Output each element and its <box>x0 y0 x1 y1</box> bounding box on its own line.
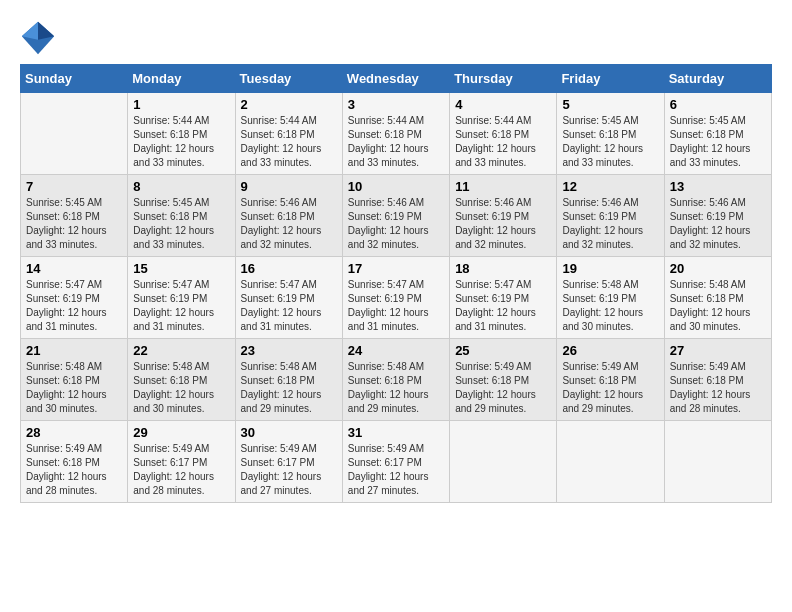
day-number: 8 <box>133 179 229 194</box>
day-number: 17 <box>348 261 444 276</box>
day-number: 15 <box>133 261 229 276</box>
day-of-week-header: Saturday <box>664 65 771 93</box>
page-header <box>20 20 772 56</box>
calendar-day-cell <box>664 421 771 503</box>
calendar-day-cell: 12Sunrise: 5:46 AM Sunset: 6:19 PM Dayli… <box>557 175 664 257</box>
day-info: Sunrise: 5:47 AM Sunset: 6:19 PM Dayligh… <box>133 278 229 334</box>
day-number: 30 <box>241 425 337 440</box>
day-number: 7 <box>26 179 122 194</box>
calendar-week-row: 1Sunrise: 5:44 AM Sunset: 6:18 PM Daylig… <box>21 93 772 175</box>
day-number: 19 <box>562 261 658 276</box>
calendar-day-cell: 10Sunrise: 5:46 AM Sunset: 6:19 PM Dayli… <box>342 175 449 257</box>
day-of-week-header: Monday <box>128 65 235 93</box>
day-info: Sunrise: 5:47 AM Sunset: 6:19 PM Dayligh… <box>455 278 551 334</box>
day-number: 29 <box>133 425 229 440</box>
day-number: 25 <box>455 343 551 358</box>
day-info: Sunrise: 5:49 AM Sunset: 6:17 PM Dayligh… <box>133 442 229 498</box>
calendar-day-cell: 11Sunrise: 5:46 AM Sunset: 6:19 PM Dayli… <box>450 175 557 257</box>
logo <box>20 20 60 56</box>
logo-icon <box>20 20 56 56</box>
day-number: 2 <box>241 97 337 112</box>
calendar-table: SundayMondayTuesdayWednesdayThursdayFrid… <box>20 64 772 503</box>
calendar-day-cell: 30Sunrise: 5:49 AM Sunset: 6:17 PM Dayli… <box>235 421 342 503</box>
calendar-day-cell: 15Sunrise: 5:47 AM Sunset: 6:19 PM Dayli… <box>128 257 235 339</box>
calendar-day-cell <box>21 93 128 175</box>
day-number: 21 <box>26 343 122 358</box>
calendar-day-cell: 28Sunrise: 5:49 AM Sunset: 6:18 PM Dayli… <box>21 421 128 503</box>
day-info: Sunrise: 5:48 AM Sunset: 6:18 PM Dayligh… <box>670 278 766 334</box>
day-number: 4 <box>455 97 551 112</box>
calendar-day-cell: 23Sunrise: 5:48 AM Sunset: 6:18 PM Dayli… <box>235 339 342 421</box>
day-info: Sunrise: 5:46 AM Sunset: 6:19 PM Dayligh… <box>562 196 658 252</box>
day-number: 22 <box>133 343 229 358</box>
day-info: Sunrise: 5:45 AM Sunset: 6:18 PM Dayligh… <box>562 114 658 170</box>
calendar-day-cell: 29Sunrise: 5:49 AM Sunset: 6:17 PM Dayli… <box>128 421 235 503</box>
day-number: 20 <box>670 261 766 276</box>
calendar-day-cell: 27Sunrise: 5:49 AM Sunset: 6:18 PM Dayli… <box>664 339 771 421</box>
calendar-day-cell: 31Sunrise: 5:49 AM Sunset: 6:17 PM Dayli… <box>342 421 449 503</box>
day-info: Sunrise: 5:49 AM Sunset: 6:18 PM Dayligh… <box>562 360 658 416</box>
day-number: 28 <box>26 425 122 440</box>
calendar-day-cell: 16Sunrise: 5:47 AM Sunset: 6:19 PM Dayli… <box>235 257 342 339</box>
day-info: Sunrise: 5:48 AM Sunset: 6:18 PM Dayligh… <box>348 360 444 416</box>
day-info: Sunrise: 5:47 AM Sunset: 6:19 PM Dayligh… <box>241 278 337 334</box>
day-number: 11 <box>455 179 551 194</box>
day-number: 10 <box>348 179 444 194</box>
day-info: Sunrise: 5:46 AM Sunset: 6:19 PM Dayligh… <box>670 196 766 252</box>
day-number: 6 <box>670 97 766 112</box>
day-number: 5 <box>562 97 658 112</box>
day-number: 1 <box>133 97 229 112</box>
day-info: Sunrise: 5:49 AM Sunset: 6:18 PM Dayligh… <box>670 360 766 416</box>
day-info: Sunrise: 5:48 AM Sunset: 6:18 PM Dayligh… <box>26 360 122 416</box>
calendar-day-cell: 4Sunrise: 5:44 AM Sunset: 6:18 PM Daylig… <box>450 93 557 175</box>
day-info: Sunrise: 5:46 AM Sunset: 6:19 PM Dayligh… <box>348 196 444 252</box>
day-info: Sunrise: 5:47 AM Sunset: 6:19 PM Dayligh… <box>348 278 444 334</box>
calendar-day-cell: 3Sunrise: 5:44 AM Sunset: 6:18 PM Daylig… <box>342 93 449 175</box>
day-number: 26 <box>562 343 658 358</box>
day-number: 31 <box>348 425 444 440</box>
day-number: 14 <box>26 261 122 276</box>
day-info: Sunrise: 5:49 AM Sunset: 6:18 PM Dayligh… <box>455 360 551 416</box>
day-number: 13 <box>670 179 766 194</box>
day-info: Sunrise: 5:44 AM Sunset: 6:18 PM Dayligh… <box>241 114 337 170</box>
day-info: Sunrise: 5:46 AM Sunset: 6:19 PM Dayligh… <box>455 196 551 252</box>
day-of-week-header: Thursday <box>450 65 557 93</box>
day-info: Sunrise: 5:45 AM Sunset: 6:18 PM Dayligh… <box>133 196 229 252</box>
calendar-day-cell: 25Sunrise: 5:49 AM Sunset: 6:18 PM Dayli… <box>450 339 557 421</box>
calendar-day-cell: 6Sunrise: 5:45 AM Sunset: 6:18 PM Daylig… <box>664 93 771 175</box>
day-of-week-header: Friday <box>557 65 664 93</box>
day-number: 23 <box>241 343 337 358</box>
day-of-week-header: Tuesday <box>235 65 342 93</box>
calendar-day-cell: 17Sunrise: 5:47 AM Sunset: 6:19 PM Dayli… <box>342 257 449 339</box>
day-info: Sunrise: 5:44 AM Sunset: 6:18 PM Dayligh… <box>455 114 551 170</box>
calendar-day-cell: 26Sunrise: 5:49 AM Sunset: 6:18 PM Dayli… <box>557 339 664 421</box>
calendar-day-cell: 2Sunrise: 5:44 AM Sunset: 6:18 PM Daylig… <box>235 93 342 175</box>
day-info: Sunrise: 5:49 AM Sunset: 6:17 PM Dayligh… <box>348 442 444 498</box>
calendar-day-cell: 19Sunrise: 5:48 AM Sunset: 6:19 PM Dayli… <box>557 257 664 339</box>
calendar-day-cell: 24Sunrise: 5:48 AM Sunset: 6:18 PM Dayli… <box>342 339 449 421</box>
day-number: 12 <box>562 179 658 194</box>
day-number: 9 <box>241 179 337 194</box>
calendar-day-cell: 14Sunrise: 5:47 AM Sunset: 6:19 PM Dayli… <box>21 257 128 339</box>
calendar-day-cell: 1Sunrise: 5:44 AM Sunset: 6:18 PM Daylig… <box>128 93 235 175</box>
day-info: Sunrise: 5:49 AM Sunset: 6:17 PM Dayligh… <box>241 442 337 498</box>
calendar-header-row: SundayMondayTuesdayWednesdayThursdayFrid… <box>21 65 772 93</box>
calendar-day-cell: 22Sunrise: 5:48 AM Sunset: 6:18 PM Dayli… <box>128 339 235 421</box>
day-number: 18 <box>455 261 551 276</box>
day-info: Sunrise: 5:48 AM Sunset: 6:18 PM Dayligh… <box>241 360 337 416</box>
day-info: Sunrise: 5:48 AM Sunset: 6:19 PM Dayligh… <box>562 278 658 334</box>
calendar-day-cell: 5Sunrise: 5:45 AM Sunset: 6:18 PM Daylig… <box>557 93 664 175</box>
day-of-week-header: Sunday <box>21 65 128 93</box>
day-number: 16 <box>241 261 337 276</box>
calendar-day-cell: 8Sunrise: 5:45 AM Sunset: 6:18 PM Daylig… <box>128 175 235 257</box>
calendar-day-cell <box>557 421 664 503</box>
calendar-day-cell: 13Sunrise: 5:46 AM Sunset: 6:19 PM Dayli… <box>664 175 771 257</box>
calendar-day-cell: 21Sunrise: 5:48 AM Sunset: 6:18 PM Dayli… <box>21 339 128 421</box>
calendar-day-cell <box>450 421 557 503</box>
day-info: Sunrise: 5:46 AM Sunset: 6:18 PM Dayligh… <box>241 196 337 252</box>
day-number: 3 <box>348 97 444 112</box>
day-info: Sunrise: 5:49 AM Sunset: 6:18 PM Dayligh… <box>26 442 122 498</box>
calendar-week-row: 21Sunrise: 5:48 AM Sunset: 6:18 PM Dayli… <box>21 339 772 421</box>
calendar-day-cell: 18Sunrise: 5:47 AM Sunset: 6:19 PM Dayli… <box>450 257 557 339</box>
calendar-week-row: 14Sunrise: 5:47 AM Sunset: 6:19 PM Dayli… <box>21 257 772 339</box>
